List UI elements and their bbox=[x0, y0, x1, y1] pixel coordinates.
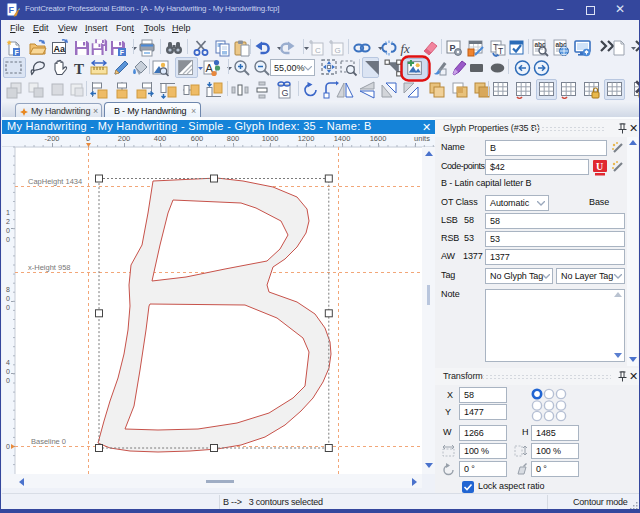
svg-text:units: units bbox=[414, 134, 430, 143]
svg-text:x-Height 958: x-Height 958 bbox=[28, 263, 71, 272]
svg-text:0: 0 bbox=[6, 227, 10, 234]
svg-text:F: F bbox=[120, 49, 125, 56]
svg-text:0: 0 bbox=[6, 236, 10, 243]
svg-text:0: 0 bbox=[6, 443, 10, 450]
svg-text:1400: 1400 bbox=[334, 134, 351, 143]
svg-text:800: 800 bbox=[227, 134, 240, 143]
svg-text:400: 400 bbox=[154, 134, 167, 143]
svg-text:1200: 1200 bbox=[298, 134, 315, 143]
svg-text:1: 1 bbox=[6, 209, 10, 216]
svg-text:1000: 1000 bbox=[262, 134, 279, 143]
svg-text:600: 600 bbox=[191, 134, 204, 143]
svg-text:0: 0 bbox=[6, 295, 10, 302]
svg-text:G: G bbox=[335, 46, 341, 55]
svg-text:4: 4 bbox=[6, 359, 10, 366]
svg-text:U: U bbox=[596, 161, 603, 172]
svg-text:Baseline 0: Baseline 0 bbox=[31, 437, 66, 446]
svg-text:0: 0 bbox=[86, 134, 90, 143]
svg-text:F: F bbox=[9, 5, 15, 15]
svg-text:8: 8 bbox=[6, 286, 10, 293]
svg-text:2: 2 bbox=[6, 218, 10, 225]
svg-text:-200: -200 bbox=[44, 134, 59, 143]
svg-text:C: C bbox=[315, 46, 321, 55]
svg-text:G: G bbox=[282, 88, 289, 98]
svg-text:0: 0 bbox=[6, 368, 10, 375]
svg-text:fx: fx bbox=[401, 41, 411, 56]
svg-text:CapHeight 1434: CapHeight 1434 bbox=[28, 177, 82, 186]
svg-text:1600: 1600 bbox=[370, 134, 387, 143]
svg-text:Aa: Aa bbox=[54, 44, 66, 54]
svg-text:T: T bbox=[498, 46, 503, 56]
svg-text:0: 0 bbox=[6, 377, 10, 384]
svg-text:F: F bbox=[15, 49, 20, 56]
svg-text:T: T bbox=[74, 61, 84, 77]
svg-text:200: 200 bbox=[118, 134, 131, 143]
svg-text:0: 0 bbox=[6, 304, 10, 311]
